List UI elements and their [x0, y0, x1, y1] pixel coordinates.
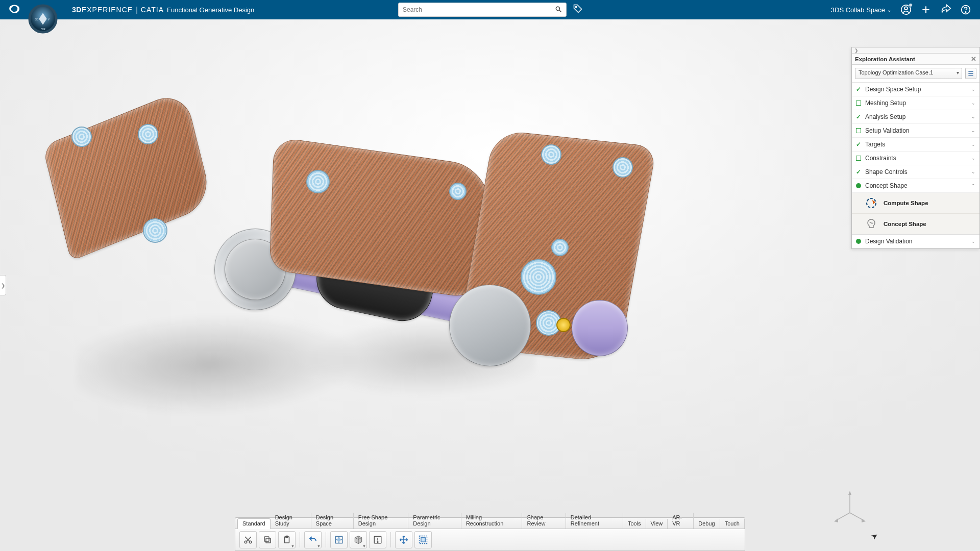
tab-free-shape-design[interactable]: Free Shape Design	[354, 513, 409, 529]
action-label: Compute Shape	[884, 200, 928, 206]
brand-title: 3DEXPERIENCE | CATIA Functional Generati…	[72, 6, 254, 14]
viewport[interactable]: ❯	[0, 19, 980, 551]
tab-detailed-refinement[interactable]: Detailed Refinement	[566, 513, 623, 529]
tab-standard[interactable]: Standard	[237, 518, 271, 529]
undo-button[interactable]: ▼	[304, 531, 322, 548]
chevron-down-icon: ⌄	[971, 87, 975, 92]
step-shape-controls[interactable]: ✓Shape Controls⌄	[852, 165, 979, 179]
step-label: Design Space Setup	[865, 86, 921, 93]
svg-rect-26	[286, 536, 288, 538]
cursor-icon: ➤	[869, 530, 880, 542]
step-setup-validation[interactable]: Setup Validation⌄	[852, 124, 979, 138]
ds-logo-icon[interactable]	[5, 0, 23, 19]
step-label: Concept Shape	[865, 182, 908, 189]
step-constraints[interactable]: Constraints⌄	[852, 152, 979, 165]
step-label: Shape Controls	[865, 168, 908, 176]
svg-line-17	[850, 513, 864, 520]
move-button[interactable]	[395, 531, 412, 548]
tab-touch[interactable]: Touch	[720, 519, 745, 529]
brand-catia: CATIA	[141, 6, 164, 14]
tab-milling-reconstruction[interactable]: Milling Reconstruction	[461, 513, 523, 529]
svg-line-7	[559, 10, 561, 12]
close-icon[interactable]: ✕	[971, 55, 976, 63]
list-view-icon[interactable]	[965, 68, 976, 79]
search-input[interactable]	[403, 6, 555, 13]
step-design-validation[interactable]: Design Validation⌄	[852, 235, 979, 248]
cut-button[interactable]	[239, 531, 257, 548]
step-meshing-setup[interactable]: Meshing Setup⌄	[852, 96, 979, 110]
search-input-wrap[interactable]	[398, 3, 567, 17]
cube-button[interactable]: ▼	[350, 531, 367, 548]
svg-rect-23	[266, 538, 271, 543]
axis-triad-icon[interactable]	[832, 490, 868, 525]
step-targets[interactable]: ✓Targets⌄	[852, 138, 979, 152]
svg-point-28	[337, 538, 341, 542]
chevron-down-icon: ⌄	[971, 239, 975, 244]
collab-space-dropdown[interactable]: 3DS Collab Space ⌄	[831, 6, 891, 14]
brand-3d: 3D	[72, 6, 82, 14]
panel-collapse-handle[interactable]: ❯	[852, 47, 979, 54]
user-icon[interactable]	[900, 4, 912, 15]
tab-shape-review[interactable]: Shape Review	[522, 513, 566, 529]
chevron-down-icon: ⌄	[971, 169, 975, 174]
svg-line-16	[836, 513, 850, 520]
status-dot-icon	[856, 183, 861, 188]
svg-point-31	[377, 542, 378, 543]
brand-experience: EXPERIENCE	[82, 6, 133, 14]
case-label: Topology Optimization Case.1	[859, 69, 933, 76]
status-check-icon: ✓	[856, 113, 861, 120]
step-label: Targets	[865, 141, 885, 148]
status-check-icon: ✓	[856, 168, 861, 176]
compass-icon[interactable]: 3D V V.R	[28, 4, 58, 34]
tab-view[interactable]: View	[646, 519, 668, 529]
case-dropdown[interactable]: Topology Optimization Case.1	[855, 68, 962, 79]
status-box-icon	[856, 156, 861, 161]
svg-point-10	[904, 7, 908, 10]
tag-icon[interactable]	[573, 4, 583, 16]
status-check-icon: ✓	[856, 86, 861, 93]
exploration-assistant-panel: ❯ Exploration Assistant ✕ Topology Optim…	[851, 47, 980, 249]
chevron-down-icon: ⌄	[971, 142, 975, 147]
design-space-button[interactable]	[330, 531, 348, 548]
svg-rect-24	[264, 537, 269, 541]
svg-point-14	[965, 12, 966, 13]
tab-tools[interactable]: Tools	[623, 519, 646, 529]
bottom-toolbar: StandardDesign StudyDesign SpaceFree Sha…	[235, 517, 745, 551]
tab-debug[interactable]: Debug	[694, 519, 720, 529]
status-dot-icon	[856, 239, 861, 244]
brand-divider: |	[136, 6, 138, 14]
tab-design-study[interactable]: Design Study	[271, 513, 311, 529]
warning-button[interactable]	[369, 531, 386, 548]
action-label: Concept Shape	[884, 221, 926, 227]
copy-button[interactable]	[259, 531, 276, 548]
app-name: Functional Generative Design	[167, 6, 254, 14]
status-box-icon	[856, 101, 861, 106]
panel-title: Exploration Assistant	[855, 56, 915, 62]
collab-space-label: 3DS Collab Space	[831, 6, 885, 14]
svg-marker-18	[848, 491, 851, 495]
step-analysis-setup[interactable]: ✓Analysis Setup⌄	[852, 110, 979, 124]
action-compute-shape[interactable]: Compute Shape	[852, 193, 979, 213]
tab-design-space[interactable]: Design Space	[311, 513, 354, 529]
tab-ar-vr[interactable]: AR-VR	[668, 513, 694, 529]
share-icon[interactable]	[940, 4, 951, 15]
step-concept-shape[interactable]: Concept Shape⌃	[852, 179, 979, 193]
step-label: Setup Validation	[865, 127, 910, 134]
status-box-icon	[856, 128, 861, 133]
step-design-space-setup[interactable]: ✓Design Space Setup⌄	[852, 83, 979, 96]
status-check-icon: ✓	[856, 141, 861, 148]
action-icon	[865, 197, 877, 209]
svg-point-37	[867, 198, 876, 208]
chevron-down-icon: ⌄	[971, 114, 975, 119]
svg-point-8	[575, 6, 577, 8]
step-subpanel: Compute ShapeConcept Shape	[852, 193, 979, 235]
left-panel-expander[interactable]: ❯	[0, 275, 6, 295]
svg-text:3D: 3D	[35, 18, 39, 21]
select-box-button[interactable]	[414, 531, 432, 548]
paste-button[interactable]: ▼	[278, 531, 296, 548]
search-icon[interactable]	[555, 6, 562, 14]
action-concept-shape[interactable]: Concept Shape	[852, 213, 979, 234]
add-icon[interactable]	[921, 5, 931, 15]
help-icon[interactable]	[961, 5, 971, 15]
tab-parametric-design[interactable]: Parametric Design	[408, 513, 461, 529]
